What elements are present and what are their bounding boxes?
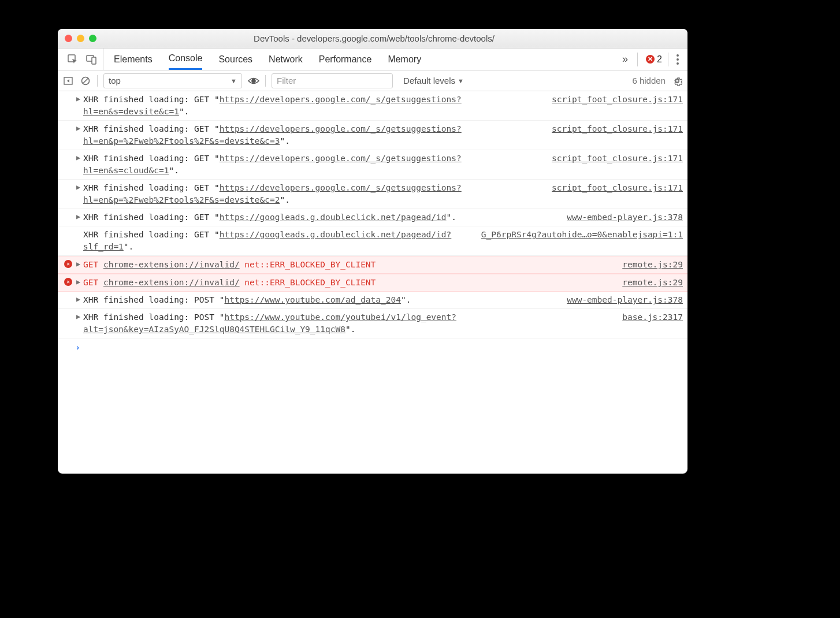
clear-console-icon[interactable] bbox=[80, 75, 91, 87]
show-console-sidebar-icon[interactable] bbox=[62, 75, 74, 87]
expand-arrow-icon[interactable]: ▶ bbox=[76, 152, 83, 177]
message-text: XHR finished loading: POST "https://www.… bbox=[83, 294, 567, 306]
message-gutter bbox=[60, 311, 76, 336]
message-gutter bbox=[60, 152, 76, 177]
close-window-button[interactable] bbox=[65, 35, 72, 42]
console-message[interactable]: ✕▶GET chrome-extension://invalid/ net::E… bbox=[58, 274, 687, 292]
message-gutter bbox=[60, 94, 76, 118]
console-message[interactable]: ▶XHR finished loading: GET "https://deve… bbox=[58, 180, 687, 209]
devtools-window: DevTools - developers.google.com/web/too… bbox=[58, 29, 687, 474]
console-settings-icon[interactable] bbox=[671, 75, 683, 87]
request-url[interactable]: https://developers.google.com/_s/getsugg… bbox=[83, 124, 462, 146]
message-text: XHR finished loading: GET "https://googl… bbox=[83, 211, 567, 224]
console-message[interactable]: ✕▶GET chrome-extension://invalid/ net::E… bbox=[58, 256, 687, 274]
request-url[interactable]: https://developers.google.com/_s/getsugg… bbox=[83, 95, 462, 116]
expand-arrow-icon[interactable]: ▶ bbox=[76, 294, 83, 306]
message-gutter bbox=[60, 229, 76, 253]
prompt-arrow-icon: › bbox=[62, 342, 80, 355]
console-message[interactable]: ▶XHR finished loading: POST "https://www… bbox=[58, 292, 687, 309]
context-label: top bbox=[109, 76, 121, 85]
message-gutter: ✕ bbox=[60, 277, 76, 289]
console-message[interactable]: ▶XHR finished loading: GET "https://goog… bbox=[58, 209, 687, 226]
message-gutter: ✕ bbox=[60, 259, 76, 271]
zoom-window-button[interactable] bbox=[89, 35, 96, 42]
message-source-link[interactable]: remote.js:29 bbox=[622, 277, 683, 289]
request-method: GET bbox=[83, 260, 103, 269]
hidden-messages-count[interactable]: 6 hidden bbox=[632, 76, 666, 85]
expand-arrow-icon[interactable]: ▶ bbox=[76, 259, 83, 271]
request-url[interactable]: chrome-extension://invalid/ bbox=[103, 278, 240, 287]
tab-memory[interactable]: Memory bbox=[388, 50, 421, 69]
expand-arrow-icon[interactable]: ▶ bbox=[76, 277, 83, 289]
request-url[interactable]: https://developers.google.com/_s/getsugg… bbox=[83, 183, 462, 204]
expand-arrow-icon[interactable]: ▶ bbox=[76, 211, 83, 224]
traffic-lights bbox=[65, 35, 96, 42]
message-source-link[interactable]: remote.js:29 bbox=[622, 259, 683, 271]
message-source-link[interactable]: www-embed-player.js:378 bbox=[567, 211, 683, 224]
message-source-link[interactable]: script_foot_closure.js:171 bbox=[552, 152, 683, 165]
message-gutter bbox=[60, 182, 76, 206]
message-text: XHR finished loading: GET "https://googl… bbox=[83, 229, 481, 253]
message-text: XHR finished loading: GET "https://devel… bbox=[83, 123, 552, 147]
message-text: XHR finished loading: GET "https://devel… bbox=[83, 152, 552, 177]
window-title: DevTools - developers.google.com/web/too… bbox=[101, 33, 647, 43]
svg-rect-2 bbox=[92, 57, 96, 64]
expand-arrow-icon[interactable]: ▶ bbox=[76, 123, 83, 147]
console-message[interactable]: XHR finished loading: GET "https://googl… bbox=[58, 226, 687, 256]
dropdown-arrow-icon: ▼ bbox=[231, 77, 237, 84]
message-gutter bbox=[60, 294, 76, 306]
request-url[interactable]: https://googleads.g.doubleclick.net/page… bbox=[83, 230, 451, 251]
devtools-tabbar: ElementsConsoleSourcesNetworkPerformance… bbox=[58, 49, 687, 70]
message-source-link[interactable]: script_foot_closure.js:171 bbox=[552, 123, 683, 135]
message-gutter bbox=[60, 211, 76, 224]
tab-console[interactable]: Console bbox=[169, 49, 203, 70]
live-expression-icon[interactable] bbox=[248, 75, 259, 87]
request-url[interactable]: https://www.youtube.com/youtubei/v1/log_… bbox=[83, 312, 456, 334]
request-url[interactable]: https://developers.google.com/_s/getsugg… bbox=[83, 154, 462, 175]
console-toolbar: top ▼ Default levels ▼ 6 hidden bbox=[58, 70, 687, 91]
message-source-link[interactable]: base.js:2317 bbox=[622, 311, 683, 323]
tab-performance[interactable]: Performance bbox=[319, 50, 372, 69]
minimize-window-button[interactable] bbox=[77, 35, 84, 42]
expand-arrow-icon[interactable]: ▶ bbox=[76, 182, 83, 206]
request-url[interactable]: chrome-extension://invalid/ bbox=[103, 260, 240, 269]
console-message[interactable]: ▶XHR finished loading: GET "https://deve… bbox=[58, 121, 687, 150]
message-text: XHR finished loading: GET "https://devel… bbox=[83, 94, 552, 118]
settings-menu-button[interactable] bbox=[668, 53, 679, 66]
console-output[interactable]: ▶XHR finished loading: GET "https://deve… bbox=[58, 91, 687, 474]
message-source-link[interactable]: script_foot_closure.js:171 bbox=[552, 94, 683, 106]
message-source-link[interactable]: www-embed-player.js:378 bbox=[567, 294, 683, 306]
tab-elements[interactable]: Elements bbox=[114, 50, 153, 69]
svg-point-6 bbox=[676, 79, 679, 82]
device-toolbar-icon[interactable] bbox=[86, 54, 97, 65]
console-message[interactable]: ▶XHR finished loading: GET "https://deve… bbox=[58, 91, 687, 121]
message-text: XHR finished loading: POST "https://www.… bbox=[83, 311, 622, 336]
expand-arrow-icon[interactable]: ▶ bbox=[76, 311, 83, 336]
error-status: net::ERR_BLOCKED_BY_CLIENT bbox=[244, 260, 376, 269]
execution-context-selector[interactable]: top ▼ bbox=[103, 73, 242, 88]
filter-input[interactable] bbox=[272, 73, 393, 88]
message-text: XHR finished loading: GET "https://devel… bbox=[83, 182, 552, 206]
inspect-element-icon[interactable] bbox=[67, 54, 79, 65]
message-source-link[interactable]: G_P6rpRSr4g?autohide…o=0&enablejsapi=1:1 bbox=[481, 229, 683, 241]
error-status: net::ERR_BLOCKED_BY_CLIENT bbox=[244, 278, 376, 287]
tab-network[interactable]: Network bbox=[269, 50, 303, 69]
expand-arrow-icon bbox=[76, 229, 83, 253]
log-levels-selector[interactable]: Default levels ▼ bbox=[403, 76, 464, 85]
request-url[interactable]: https://googleads.g.doubleclick.net/page… bbox=[220, 213, 447, 222]
request-url[interactable]: https://www.youtube.com/ad_data_204 bbox=[224, 295, 401, 304]
overflow-tabs-button[interactable]: » bbox=[622, 53, 631, 65]
levels-label: Default levels bbox=[403, 76, 455, 85]
message-source-link[interactable]: script_foot_closure.js:171 bbox=[552, 182, 683, 194]
error-icon: ✕ bbox=[64, 278, 72, 286]
console-message[interactable]: ▶XHR finished loading: GET "https://deve… bbox=[58, 150, 687, 180]
error-count-badge[interactable]: ✕ 2 bbox=[637, 53, 662, 66]
expand-arrow-icon[interactable]: ▶ bbox=[76, 94, 83, 118]
console-message[interactable]: ▶XHR finished loading: POST "https://www… bbox=[58, 309, 687, 338]
error-count: 2 bbox=[657, 54, 662, 65]
console-prompt[interactable]: › bbox=[58, 338, 687, 358]
titlebar: DevTools - developers.google.com/web/too… bbox=[58, 29, 687, 49]
error-icon: ✕ bbox=[646, 55, 655, 64]
tab-sources[interactable]: Sources bbox=[218, 50, 252, 69]
message-text: GET chrome-extension://invalid/ net::ERR… bbox=[83, 259, 622, 271]
